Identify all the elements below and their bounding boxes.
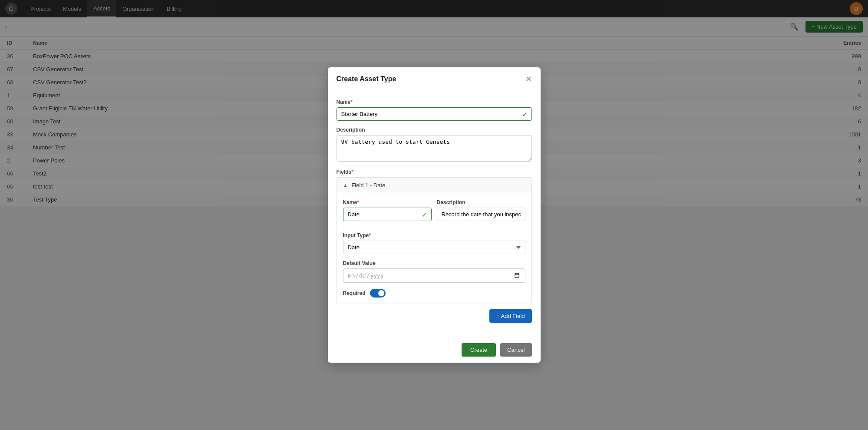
create-asset-type-modal: Create Asset Type ✕ Name* ✓ Description … bbox=[328, 67, 541, 206]
accordion-collapse-icon: ▲ bbox=[343, 182, 348, 189]
description-form-group: Description 9V battery used to start Gen… bbox=[337, 127, 532, 163]
field1-description-label: Description bbox=[437, 199, 525, 205]
modal-title: Create Asset Type bbox=[337, 75, 396, 83]
fields-label: Fields* bbox=[337, 169, 532, 175]
field1-inner: Name* ✓ Description bbox=[337, 193, 531, 206]
description-label: Description bbox=[337, 127, 532, 133]
modal-overlay: Create Asset Type ✕ Name* ✓ Description … bbox=[0, 0, 868, 206]
field1-name-desc-row: Name* ✓ Description bbox=[343, 199, 525, 206]
name-valid-icon: ✓ bbox=[522, 110, 528, 118]
fields-section: ▲ Field 1 - Date Name* bbox=[337, 177, 532, 206]
modal-body: Name* ✓ Description 9V battery used to s… bbox=[328, 91, 541, 206]
modal-close-button[interactable]: ✕ bbox=[525, 74, 532, 84]
fields-form-group: Fields* ▲ Field 1 - Date N bbox=[337, 169, 532, 206]
name-input-wrapper: ✓ bbox=[337, 107, 532, 121]
field1-name-group: Name* ✓ bbox=[343, 199, 432, 206]
name-label: Name* bbox=[337, 99, 532, 105]
modal-header: Create Asset Type ✕ bbox=[328, 67, 541, 91]
field1-name-label: Name* bbox=[343, 199, 432, 205]
name-input[interactable] bbox=[337, 107, 532, 121]
description-textarea[interactable]: 9V battery used to start Gensets bbox=[337, 135, 532, 162]
field1-accordion-label: Field 1 - Date bbox=[351, 182, 385, 189]
field1-description-group: Description bbox=[437, 199, 525, 206]
name-form-group: Name* ✓ bbox=[337, 99, 532, 121]
field1-accordion[interactable]: ▲ Field 1 - Date bbox=[337, 178, 531, 193]
